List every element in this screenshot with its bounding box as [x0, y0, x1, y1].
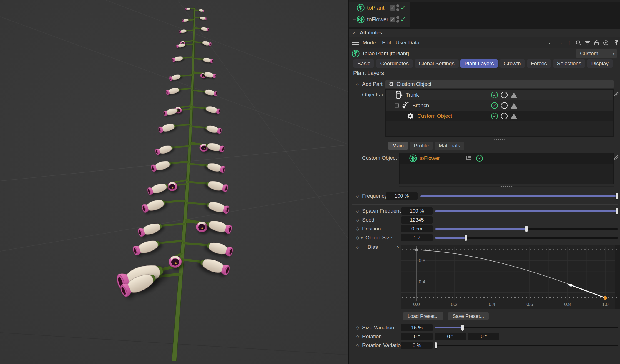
diamond-icon: ◇ [356, 343, 359, 348]
object-row-toflower[interactable]: toFlower ✓ [349, 14, 410, 25]
eyedropper-icon[interactable] [614, 154, 619, 160]
close-icon[interactable]: × [353, 30, 356, 36]
tab-display[interactable]: Display [587, 59, 613, 68]
enabled-check-icon[interactable]: ✓ [491, 102, 498, 109]
load-preset-button[interactable]: Load Preset... [403, 312, 443, 320]
tree-row-custom-object[interactable]: Custom Object ✓ [386, 111, 613, 121]
rotation-h-input[interactable]: 0 ° [401, 333, 433, 340]
lock-icon[interactable] [593, 39, 600, 46]
splitter-handle[interactable] [399, 185, 614, 188]
filter-icon[interactable] [584, 39, 591, 46]
param-label: Object Size [365, 235, 392, 241]
tab-selections[interactable]: Selections [553, 59, 586, 68]
state-circle-icon[interactable] [501, 92, 508, 98]
tab-main[interactable]: Main [388, 142, 408, 150]
enabled-check-icon[interactable]: ✓ [400, 16, 406, 23]
back-icon[interactable]: ← [548, 39, 554, 46]
preset-dropdown[interactable]: Custom ▾ [576, 49, 617, 58]
tab-forces[interactable]: Forces [527, 59, 551, 68]
menu-edit[interactable]: Edit [382, 40, 391, 46]
plant-render [0, 0, 348, 364]
param-size-variation: ◇ Size Variation 15 % [349, 324, 620, 332]
size-variation-slider[interactable] [435, 324, 618, 332]
layer-chip-icon[interactable] [390, 5, 395, 11]
tab-materials[interactable]: Materials [435, 142, 464, 150]
state-triangle-icon[interactable] [511, 103, 517, 109]
flower-object-icon[interactable] [357, 15, 365, 24]
menu-mode[interactable]: Mode [363, 40, 376, 46]
tab-growth[interactable]: Growth [499, 59, 525, 68]
position-slider[interactable] [435, 225, 618, 233]
enabled-check-icon[interactable]: ✓ [491, 113, 498, 119]
slider-knob[interactable] [616, 208, 618, 214]
bias-curve-editor[interactable]: 0.80.40.00.20.40.60.81.0 [401, 245, 620, 309]
rotation-p-input[interactable]: 0 ° [435, 333, 466, 340]
chevron-right-icon[interactable]: › [381, 92, 383, 97]
enabled-check-icon[interactable]: ✓ [491, 92, 498, 98]
object-name[interactable]: toPlant [367, 5, 384, 11]
tab-global-settings[interactable]: Global Settings [415, 59, 459, 68]
plant-object-icon[interactable] [357, 4, 365, 12]
state-triangle-icon[interactable] [511, 92, 517, 98]
curve-point[interactable] [415, 248, 418, 251]
hamburger-menu-icon[interactable] [352, 41, 359, 45]
tab-plant-layers[interactable]: Plant Layers [460, 59, 498, 68]
target-icon[interactable] [603, 39, 609, 46]
position-input[interactable]: 0 cm [401, 225, 433, 232]
x-tick-label: 0.4 [489, 302, 495, 307]
slider-knob[interactable] [616, 193, 618, 199]
slider-knob[interactable] [435, 342, 437, 348]
save-preset-button[interactable]: Save Preset... [448, 312, 489, 320]
enabled-check-icon[interactable]: ✓ [476, 155, 483, 162]
tree-row-branch[interactable]: − Branch ✓ [386, 100, 613, 111]
viewport-3d[interactable] [0, 0, 348, 364]
object-row-toplant[interactable]: toPlant ✓ [349, 2, 410, 13]
spawn-frequency-input[interactable]: 100 % [401, 207, 433, 215]
collapse-expander-icon[interactable]: − [388, 93, 392, 97]
tree-row-trunk[interactable]: − Trunk ✓ [386, 90, 613, 100]
collapse-expander-icon[interactable]: − [395, 104, 399, 108]
spawn-frequency-slider[interactable] [435, 207, 618, 215]
rotation-variation-input[interactable]: 0 % [401, 342, 433, 349]
forward-icon[interactable]: → [557, 39, 563, 46]
eyedropper-icon[interactable] [614, 91, 619, 97]
visibility-dots-icon[interactable] [396, 4, 399, 11]
seed-input[interactable]: 12345 [401, 216, 433, 224]
param-position: ◇ Position 0 cm [349, 225, 620, 233]
layer-chip-icon[interactable] [390, 17, 395, 22]
tab-profile[interactable]: Profile [410, 142, 433, 150]
visibility-dots-icon[interactable] [396, 16, 399, 23]
state-circle-icon[interactable] [501, 113, 508, 119]
frequency-slider[interactable] [420, 192, 618, 200]
slider-knob[interactable] [461, 325, 464, 331]
add-part-dropdown[interactable]: Custom Object ▾ [385, 80, 614, 88]
slider-knob[interactable] [465, 235, 467, 241]
search-icon[interactable] [575, 39, 582, 46]
curve-point[interactable] [604, 296, 607, 300]
slider-knob[interactable] [525, 226, 528, 232]
object-name[interactable]: toFlower [367, 16, 388, 23]
size-variation-input[interactable]: 15 % [401, 324, 433, 331]
tab-coordinates[interactable]: Coordinates [376, 59, 413, 68]
object-size-slider[interactable] [435, 234, 618, 242]
splitter-handle[interactable] [385, 138, 614, 140]
tree-row-label[interactable]: Branch [412, 102, 429, 109]
state-triangle-icon[interactable] [511, 113, 517, 119]
tree-row-label[interactable]: Trunk [406, 92, 419, 98]
tree-row-label[interactable]: Custom Object [417, 113, 452, 119]
rotation-b-input[interactable]: 0 ° [468, 333, 499, 340]
up-icon[interactable]: ↑ [566, 39, 573, 46]
chevron-right-icon[interactable]: › [397, 244, 399, 250]
rotation-variation-slider[interactable] [435, 342, 618, 349]
chevron-down-icon[interactable]: ∨ [360, 235, 363, 240]
linked-object-name[interactable]: toFlower [420, 155, 440, 161]
menu-user-data[interactable]: User Data [396, 40, 420, 46]
state-circle-icon[interactable] [501, 102, 508, 109]
enabled-check-icon[interactable]: ✓ [400, 4, 406, 12]
tab-basic[interactable]: Basic [353, 59, 374, 68]
frequency-input[interactable]: 100 % [386, 192, 418, 200]
object-size-input[interactable]: 1.7 [401, 234, 433, 241]
new-window-icon[interactable] [612, 39, 618, 46]
hierarchy-icon[interactable] [466, 155, 472, 161]
linked-object-row[interactable]: toFlower ✓ [400, 153, 613, 164]
